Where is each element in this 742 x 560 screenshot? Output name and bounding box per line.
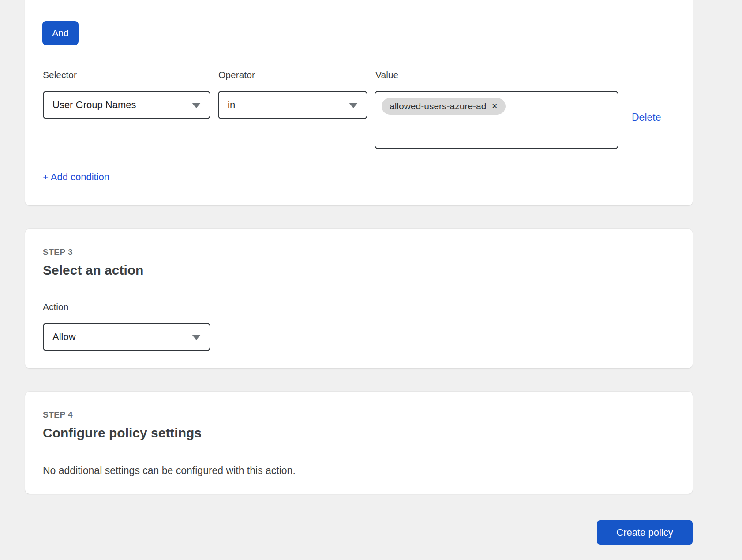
selector-label: Selector bbox=[43, 70, 77, 80]
create-policy-button[interactable]: Create policy bbox=[597, 520, 693, 545]
value-label: Value bbox=[375, 70, 398, 80]
value-tag: allowed-users-azure-ad ✕ bbox=[382, 98, 506, 115]
step4-title: Configure policy settings bbox=[43, 426, 202, 441]
add-condition-link[interactable]: + Add condition bbox=[43, 172, 109, 183]
action-dropdown-value: Allow bbox=[52, 331, 76, 343]
step4-card bbox=[25, 392, 693, 494]
operator-label: Operator bbox=[218, 70, 255, 80]
chevron-down-icon bbox=[349, 103, 358, 108]
step3-title: Select an action bbox=[43, 263, 143, 278]
selector-dropdown[interactable]: User Group Names bbox=[43, 91, 210, 119]
value-multiselect-input[interactable]: allowed-users-azure-ad ✕ bbox=[375, 91, 618, 149]
value-tag-text: allowed-users-azure-ad bbox=[390, 101, 486, 112]
policy-builder-page: And Selector Operator Value User Group N… bbox=[0, 0, 742, 560]
operator-dropdown[interactable]: in bbox=[218, 91, 367, 119]
action-dropdown[interactable]: Allow bbox=[43, 323, 210, 351]
chevron-down-icon bbox=[192, 335, 201, 340]
delete-condition-link[interactable]: Delete bbox=[632, 112, 661, 123]
action-label: Action bbox=[43, 302, 68, 312]
selector-dropdown-value: User Group Names bbox=[52, 99, 136, 111]
and-connector-button[interactable]: And bbox=[42, 21, 79, 45]
step4-label: STEP 4 bbox=[43, 410, 73, 420]
step4-description: No additional settings can be configured… bbox=[43, 465, 296, 477]
chevron-down-icon bbox=[192, 103, 201, 108]
remove-tag-icon[interactable]: ✕ bbox=[491, 103, 497, 110]
step3-label: STEP 3 bbox=[43, 247, 73, 257]
operator-dropdown-value: in bbox=[228, 99, 235, 111]
